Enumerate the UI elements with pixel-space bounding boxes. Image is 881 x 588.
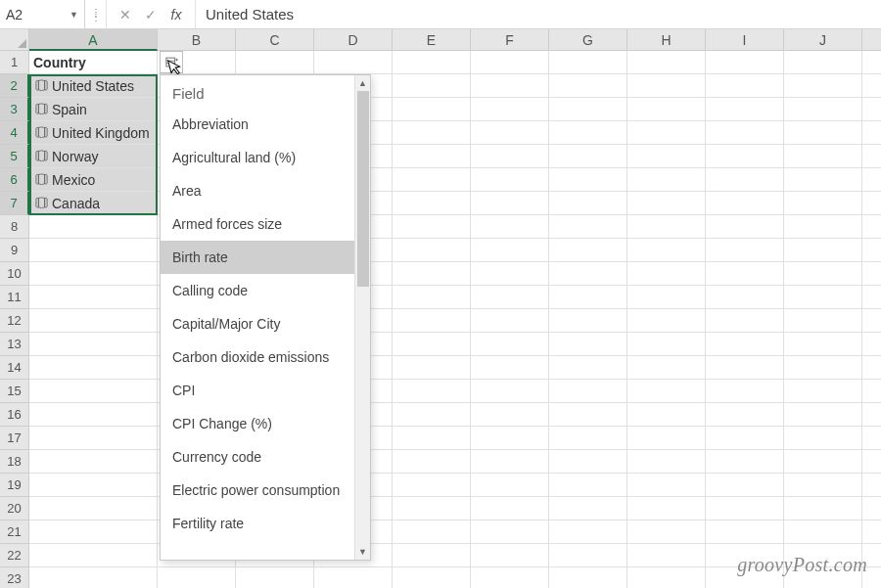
cell-J19[interactable] bbox=[784, 474, 862, 497]
row-header-4[interactable]: 4 bbox=[0, 121, 29, 145]
cell-K3[interactable] bbox=[862, 98, 881, 121]
field-option[interactable]: Armed forces size bbox=[161, 207, 354, 241]
cell-A20[interactable] bbox=[29, 497, 158, 520]
row-header-2[interactable]: 2 bbox=[0, 74, 29, 98]
confirm-button[interactable]: ✓ bbox=[138, 0, 163, 28]
field-option[interactable]: CPI bbox=[161, 374, 354, 407]
cell-K1[interactable] bbox=[862, 51, 881, 74]
row-header-15[interactable]: 15 bbox=[0, 380, 29, 403]
cell-E10[interactable] bbox=[393, 262, 471, 286]
cell-G3[interactable] bbox=[549, 98, 627, 121]
cell-H3[interactable] bbox=[627, 98, 706, 121]
cell-A8[interactable] bbox=[29, 215, 158, 239]
cell-E22[interactable] bbox=[393, 544, 471, 567]
field-dropdown[interactable]: Field AbbreviationAgricultural land (%)A… bbox=[160, 74, 371, 561]
cell-E9[interactable] bbox=[393, 239, 471, 262]
cell-D1[interactable] bbox=[314, 51, 393, 74]
cell-J17[interactable] bbox=[784, 427, 862, 450]
cell-I15[interactable] bbox=[706, 380, 784, 403]
cell-E18[interactable] bbox=[393, 450, 471, 474]
cell-J10[interactable] bbox=[784, 262, 862, 286]
cell-J20[interactable] bbox=[784, 497, 862, 520]
cell-A2[interactable]: United States bbox=[29, 74, 158, 98]
cell-A21[interactable] bbox=[29, 520, 158, 544]
scroll-up-icon[interactable]: ▲ bbox=[355, 75, 370, 91]
field-option[interactable]: Electric power consumption bbox=[161, 474, 354, 507]
cell-E15[interactable] bbox=[393, 380, 471, 403]
cell-J2[interactable] bbox=[784, 74, 862, 98]
cell-E21[interactable] bbox=[393, 520, 471, 544]
cell-K5[interactable] bbox=[862, 145, 881, 168]
cell-I16[interactable] bbox=[706, 403, 784, 427]
cell-E14[interactable] bbox=[393, 356, 471, 380]
cell-H5[interactable] bbox=[627, 145, 706, 168]
cell-F15[interactable] bbox=[471, 380, 549, 403]
column-header-b[interactable]: B bbox=[158, 29, 236, 51]
cell-E11[interactable] bbox=[393, 286, 471, 309]
cell-F10[interactable] bbox=[471, 262, 549, 286]
cell-F17[interactable] bbox=[471, 427, 549, 450]
cell-A16[interactable] bbox=[29, 403, 158, 427]
cell-F4[interactable] bbox=[471, 121, 549, 145]
cell-H12[interactable] bbox=[627, 309, 706, 333]
cell-K9[interactable] bbox=[862, 239, 881, 262]
row-header-13[interactable]: 13 bbox=[0, 333, 29, 356]
fx-button[interactable]: fx bbox=[163, 0, 189, 28]
cell-G19[interactable] bbox=[549, 474, 627, 497]
cell-G1[interactable] bbox=[549, 51, 627, 74]
cell-I6[interactable] bbox=[706, 168, 784, 192]
cell-I5[interactable] bbox=[706, 145, 784, 168]
row-header-17[interactable]: 17 bbox=[0, 427, 29, 450]
cell-E5[interactable] bbox=[393, 145, 471, 168]
cell-A1[interactable]: Country bbox=[29, 51, 158, 74]
row-header-10[interactable]: 10 bbox=[0, 262, 29, 286]
cell-K12[interactable] bbox=[862, 309, 881, 333]
cell-J3[interactable] bbox=[784, 98, 862, 121]
cell-C23[interactable] bbox=[236, 567, 314, 588]
cell-G18[interactable] bbox=[549, 450, 627, 474]
field-option[interactable]: Capital/Major City bbox=[161, 307, 354, 340]
field-option[interactable]: Currency code bbox=[161, 440, 354, 474]
formula-input[interactable]: United States bbox=[195, 0, 881, 28]
cell-J4[interactable] bbox=[784, 121, 862, 145]
row-header-19[interactable]: 19 bbox=[0, 474, 29, 497]
cell-H2[interactable] bbox=[627, 74, 706, 98]
cell-J21[interactable] bbox=[784, 520, 862, 544]
cell-K8[interactable] bbox=[862, 215, 881, 239]
cell-I3[interactable] bbox=[706, 98, 784, 121]
field-option[interactable]: Area bbox=[161, 174, 354, 207]
cell-H7[interactable] bbox=[627, 192, 706, 215]
row-header-12[interactable]: 12 bbox=[0, 309, 29, 333]
cell-K18[interactable] bbox=[862, 450, 881, 474]
row-header-16[interactable]: 16 bbox=[0, 403, 29, 427]
cell-K14[interactable] bbox=[862, 356, 881, 380]
cancel-button[interactable]: ✕ bbox=[113, 0, 138, 28]
cell-G15[interactable] bbox=[549, 380, 627, 403]
cell-K13[interactable] bbox=[862, 333, 881, 356]
cell-I19[interactable] bbox=[706, 474, 784, 497]
cell-F16[interactable] bbox=[471, 403, 549, 427]
cell-F13[interactable] bbox=[471, 333, 549, 356]
cell-A4[interactable]: United Kingdom bbox=[29, 121, 158, 145]
cell-I20[interactable] bbox=[706, 497, 784, 520]
cell-A22[interactable] bbox=[29, 544, 158, 567]
cell-K19[interactable] bbox=[862, 474, 881, 497]
cell-K16[interactable] bbox=[862, 403, 881, 427]
row-header-18[interactable]: 18 bbox=[0, 450, 29, 474]
cell-H4[interactable] bbox=[627, 121, 706, 145]
cell-K11[interactable] bbox=[862, 286, 881, 309]
cell-E19[interactable] bbox=[393, 474, 471, 497]
cell-J6[interactable] bbox=[784, 168, 862, 192]
cell-G14[interactable] bbox=[549, 356, 627, 380]
field-option[interactable]: CPI Change (%) bbox=[161, 407, 354, 440]
cell-I9[interactable] bbox=[706, 239, 784, 262]
cell-A6[interactable]: Mexico bbox=[29, 168, 158, 192]
cell-I7[interactable] bbox=[706, 192, 784, 215]
name-box[interactable]: A2 ▼ bbox=[0, 0, 85, 28]
cell-A10[interactable] bbox=[29, 262, 158, 286]
cell-K10[interactable] bbox=[862, 262, 881, 286]
cell-I4[interactable] bbox=[706, 121, 784, 145]
cell-A3[interactable]: Spain bbox=[29, 98, 158, 121]
cell-G10[interactable] bbox=[549, 262, 627, 286]
cell-G22[interactable] bbox=[549, 544, 627, 567]
